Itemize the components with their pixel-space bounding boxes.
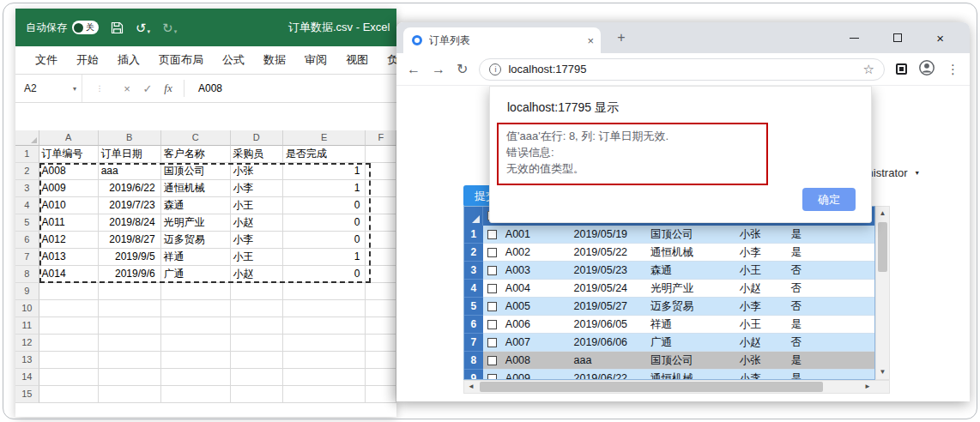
ribbon-tab-6[interactable]: 数据 [254, 52, 295, 68]
ribbon-tab-9[interactable]: 负载 [378, 52, 396, 68]
cell-A2[interactable]: A008 [39, 163, 99, 180]
cell-F12[interactable] [366, 335, 396, 352]
row-number-10[interactable]: 10 [15, 300, 39, 317]
address-bar[interactable]: i localhost:17795 ☆ [479, 58, 885, 81]
row-number-1[interactable]: 1 [15, 146, 39, 163]
cell-A1[interactable]: 订单编号 [39, 146, 99, 163]
order-row-A003[interactable]: 3A0032019/05/23森通小王否 [464, 262, 874, 280]
vertical-scroll-thumb[interactable] [878, 222, 887, 272]
cell-A5[interactable]: A011 [39, 214, 99, 232]
cell-C5[interactable]: 光明产业 [161, 214, 231, 232]
cell-E6[interactable]: 0 [283, 232, 366, 249]
cell-B12[interactable] [99, 335, 161, 352]
row-checkbox[interactable] [487, 266, 497, 275]
order-row-A008[interactable]: 8A008aaa国顶公司小张是 [464, 352, 874, 370]
cell-B11[interactable] [99, 317, 161, 335]
cell-F11[interactable] [366, 317, 396, 335]
cell-F13[interactable] [366, 352, 396, 369]
cell-C15[interactable] [161, 386, 231, 403]
column-header-E[interactable]: E [283, 130, 366, 146]
cell-F5[interactable] [366, 214, 396, 232]
cell-D13[interactable] [231, 352, 283, 369]
bookmark-star-icon[interactable]: ☆ [863, 62, 874, 77]
cell-B13[interactable] [99, 352, 161, 369]
cell-D8[interactable]: 小赵 [231, 266, 283, 283]
horizontal-scroll-thumb[interactable] [480, 382, 823, 392]
cell-F7[interactable] [366, 249, 396, 266]
vertical-scrollbar[interactable]: ▲ ▼ [875, 206, 890, 380]
cell-E10[interactable] [283, 300, 366, 317]
cell-A4[interactable]: A010 [39, 197, 99, 214]
order-row-A001[interactable]: 1A0012019/05/19国顶公司小张是 [464, 226, 874, 244]
cell-A13[interactable] [39, 352, 99, 369]
cell-E7[interactable]: 1 [283, 249, 366, 266]
cell-B5[interactable]: 2019/8/24 [99, 214, 161, 232]
cell-A8[interactable]: A014 [39, 266, 99, 283]
dialog-ok-button[interactable]: 确定 [802, 188, 856, 211]
maximize-button[interactable] [893, 33, 902, 42]
insert-function-icon[interactable]: fx [158, 81, 178, 95]
row-number-8[interactable]: 8 [15, 266, 39, 283]
redo-icon[interactable]: ↻▾ [162, 21, 177, 34]
cell-A10[interactable] [39, 300, 99, 317]
order-row-A005[interactable]: 5A0052019/05/27迈多贸易小李否 [464, 298, 874, 316]
ribbon-tab-1[interactable]: 文件 [26, 52, 67, 68]
cell-A6[interactable]: A012 [39, 232, 99, 249]
row-checkbox[interactable] [487, 284, 497, 293]
cell-B10[interactable] [99, 300, 161, 317]
row-checkbox[interactable] [487, 338, 497, 347]
row-number-6[interactable]: 6 [15, 232, 39, 249]
horizontal-scrollbar[interactable]: ◄ ► [463, 380, 890, 394]
row-number-14[interactable]: 14 [15, 369, 39, 386]
row-number-12[interactable]: 12 [15, 335, 39, 352]
column-header-A[interactable]: A [39, 130, 99, 146]
tab-close-icon[interactable]: × [587, 34, 594, 47]
name-box-caret-icon[interactable]: ▾ [73, 85, 76, 93]
row-number-9[interactable]: 9 [15, 283, 39, 300]
confirm-entry-icon[interactable]: ✓ [137, 82, 158, 95]
cell-D11[interactable] [231, 317, 283, 335]
horizontal-scroll-track[interactable] [478, 381, 861, 393]
cell-C1[interactable]: 客户名称 [161, 146, 231, 163]
row-number-15[interactable]: 15 [15, 386, 39, 403]
cell-E4[interactable]: 0 [283, 197, 366, 214]
scroll-down-icon[interactable]: ▼ [876, 365, 889, 379]
autosave-switch-icon[interactable]: 关 [72, 21, 99, 34]
cell-A7[interactable]: A013 [39, 249, 99, 266]
cell-F9[interactable] [366, 283, 396, 300]
cell-A14[interactable] [39, 369, 99, 386]
cell-E15[interactable] [283, 386, 366, 403]
cell-E8[interactable]: 0 [283, 266, 366, 283]
minimize-button[interactable] [850, 38, 859, 39]
cell-A3[interactable]: A009 [39, 180, 99, 197]
cell-D5[interactable]: 小赵 [231, 214, 283, 232]
ribbon-tab-4[interactable]: 页面布局 [149, 52, 213, 68]
cell-B8[interactable]: 2019/9/6 [99, 266, 161, 283]
row-checkbox[interactable] [487, 356, 497, 365]
row-checkbox[interactable] [487, 320, 497, 329]
cell-D4[interactable]: 小王 [231, 197, 283, 214]
name-box[interactable]: A2 ▾ [15, 75, 82, 102]
select-all-corner[interactable] [15, 130, 39, 146]
order-row-A002[interactable]: 2A0022019/05/22通恒机械小李是 [464, 244, 874, 262]
cell-B6[interactable]: 2019/8/27 [99, 232, 161, 249]
cell-B3[interactable]: 2019/6/22 [99, 180, 161, 197]
row-number-3[interactable]: 3 [15, 180, 39, 197]
page-info-icon[interactable]: i [489, 63, 501, 75]
cell-C11[interactable] [161, 317, 231, 335]
url-text[interactable]: localhost:17795 [508, 63, 586, 75]
order-row-A004[interactable]: 4A0042019/05/24光明产业小赵否 [464, 280, 874, 298]
cell-F2[interactable] [366, 163, 396, 180]
cell-E12[interactable] [283, 335, 366, 352]
reload-icon[interactable]: ↻ [457, 63, 468, 76]
cell-B14[interactable] [99, 369, 161, 386]
cell-A12[interactable] [39, 335, 99, 352]
cell-C3[interactable]: 通恒机械 [161, 180, 231, 197]
cancel-entry-icon[interactable]: × [117, 82, 137, 95]
row-number-11[interactable]: 11 [15, 317, 39, 335]
cell-D12[interactable] [231, 335, 283, 352]
autosave-toggle[interactable]: 自动保存 关 [26, 21, 99, 35]
cell-D15[interactable] [231, 386, 283, 403]
menu-icon[interactable]: ⋮ [947, 62, 959, 77]
cell-A11[interactable] [39, 317, 99, 335]
